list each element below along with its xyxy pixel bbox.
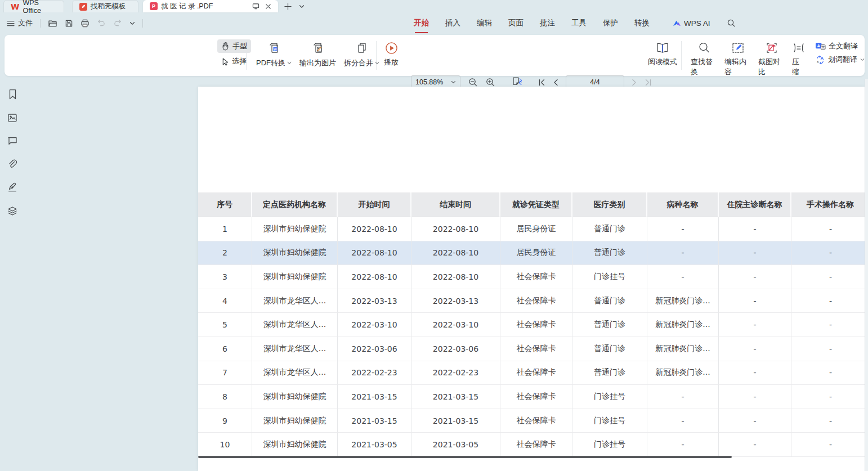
signature-icon[interactable] [7,182,17,192]
table-cell: 2021-03-15 [411,409,500,433]
table-cell: 居民身份证 [500,241,572,266]
thumbnail-icon[interactable] [7,113,17,123]
tab-list-chevron-down-icon[interactable] [299,5,305,8]
table-cell: 2021-03-05 [338,433,411,457]
table-header-cell: 医疗类别 [572,192,647,217]
prev-page-icon[interactable] [553,79,558,86]
horizontal-scrollbar[interactable] [198,456,732,458]
word-translation-icon: Ax [815,55,825,65]
hand-tool-button[interactable]: 手型 [217,39,251,53]
full-translation-button[interactable]: A文 全文翻译 [815,41,865,51]
table-cell: - [791,217,865,241]
table-cell: 2022-03-10 [338,313,411,337]
table-cell: - [719,385,791,409]
zoom-out-icon[interactable] [468,77,478,87]
table-cell: 2022-08-10 [411,217,500,241]
screenshot-compare-button[interactable]: 截图对比 [758,41,785,77]
hand-tool-label: 手型 [232,41,247,51]
hand-icon [221,42,230,51]
edit-content-button[interactable]: 编辑内容 [724,41,751,77]
zoom-value: 105.88% [415,78,443,86]
next-page-icon[interactable] [632,79,637,86]
table-cell: 2022-08-10 [338,265,411,289]
split-merge-button[interactable]: 拆分合并 [344,41,379,68]
tab-bar: W WPS Office 找稻壳模板 P 就 医 记 录 .PDF [0,0,868,12]
open-folder-icon[interactable] [48,19,57,28]
comment-icon[interactable] [7,136,17,145]
play-button[interactable]: 播放 [384,41,399,68]
chevron-down-icon [860,58,865,61]
table-cell: 深圳市妇幼保健院 [252,433,338,457]
redo-icon[interactable] [113,19,122,27]
find-replace-button[interactable]: 查找替换 [691,41,717,77]
divider [40,19,41,28]
table-cell: 新冠肺炎门诊... [647,313,719,337]
chevron-down-icon [287,61,292,65]
last-page-icon[interactable] [645,79,652,86]
table-cell: - [791,337,865,361]
table-cell: 深圳市妇幼保健院 [252,385,338,409]
menu-tabs: 开始 插入 编辑 页面 批注 工具 保护 转换 WPS AI [414,12,736,34]
table-cell: 深圳市龙华区人... [252,313,338,337]
tab-document-active[interactable]: P 就 医 记 录 .PDF [143,0,278,12]
file-menu-button[interactable]: 文件 [7,18,33,28]
layers-icon[interactable] [7,206,17,216]
table-row: 3深圳市妇幼保健院2022-08-102022-08-10社会保障卡门诊挂号--… [198,265,865,289]
attachment-icon[interactable] [7,159,17,169]
menubar-search-icon[interactable] [727,19,736,28]
save-icon[interactable] [65,19,73,28]
table-cell: - [791,361,865,385]
menu-tab-wps-ai[interactable]: WPS AI [673,19,710,28]
monitor-icon[interactable] [252,3,259,10]
table-cell: 新冠肺炎门诊... [647,337,719,361]
export-image-button[interactable]: 输出为图片 [299,41,336,68]
table-header-row: 序号定点医药机构名称开始时间结束时间就诊凭证类型医疗类别病种名称住院主诊断名称手… [198,192,865,217]
table-header-cell: 定点医药机构名称 [252,192,338,217]
word-translation-button[interactable]: Ax 划词翻译 [815,55,865,65]
menu-tab-annotate[interactable]: 批注 [540,18,555,28]
table-cell: 2022-02-23 [411,361,500,385]
edit-content-icon [731,41,745,55]
table-cell: - [719,241,791,266]
menu-tab-tools[interactable]: 工具 [571,18,587,28]
menu-tab-edit[interactable]: 编辑 [477,18,492,28]
document-page[interactable]: 序号定点医药机构名称开始时间结束时间就诊凭证类型医疗类别病种名称住院主诊断名称手… [198,87,865,471]
table-row: 7深圳市龙华区人...2022-02-232022-02-23社会保障卡普通门诊… [198,361,865,385]
table-cell: - [647,217,719,241]
table-cell: 2022-02-23 [338,361,411,385]
vertical-scrollbar-track[interactable] [865,79,868,471]
menu-tab-page[interactable]: 页面 [508,18,524,28]
select-tool-button[interactable]: 选择 [217,55,251,68]
screenshot-compare-icon [765,41,778,55]
find-replace-label: 查找替换 [691,57,717,77]
wps-ai-label: WPS AI [684,19,710,28]
menu-tab-home[interactable]: 开始 [414,18,429,28]
table-cell: 社会保障卡 [500,361,572,385]
table-cell: - [647,265,719,289]
tab-wps-home[interactable]: W WPS Office [3,0,64,12]
print-icon[interactable] [80,19,90,28]
pdf-convert-button[interactable]: W PDF转换 [256,41,292,68]
compress-button[interactable]: 压缩 [792,41,806,77]
export-image-icon [311,41,325,56]
svg-text:文: 文 [821,45,825,49]
select-tool-label: 选择 [232,56,247,66]
menu-tab-insert[interactable]: 插入 [445,18,460,28]
table-cell: 2022-03-06 [338,337,411,361]
chevron-down-icon [375,61,379,65]
bookmark-icon[interactable] [8,89,17,100]
quickbar-chevron-down-icon[interactable] [129,21,135,25]
undo-icon[interactable] [97,19,106,27]
table-cell: 门诊挂号 [572,385,647,409]
read-mode-button[interactable]: 阅读模式 [648,41,677,67]
table-cell: 1 [198,217,252,241]
menu-tab-protect[interactable]: 保护 [603,18,618,28]
menu-tab-convert[interactable]: 转换 [634,18,650,28]
first-page-icon[interactable] [538,79,545,86]
new-tab-plus-icon[interactable] [284,2,292,11]
close-icon[interactable] [265,3,271,10]
table-cell: 2022-08-10 [338,217,411,241]
tab-docer[interactable]: 找稻壳模板 [72,0,138,12]
table-cell: 2021-03-15 [338,409,411,433]
zoom-in-icon[interactable] [485,77,495,87]
